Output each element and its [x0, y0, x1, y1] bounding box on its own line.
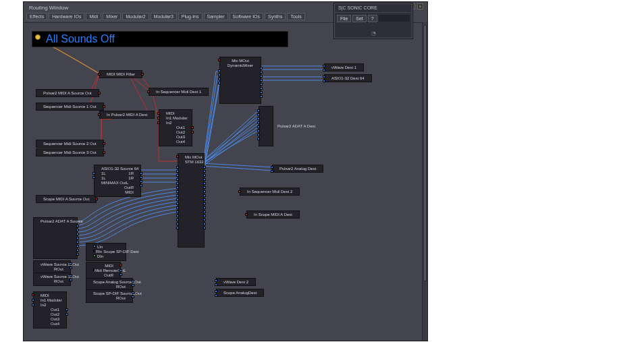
node-sequencer-midi-source-3[interactable]: Sequencer Midi Source 3 Out [36, 148, 104, 156]
node-midi-remote[interactable]: MIDI Midi Remote OutL OutR [86, 262, 121, 280]
node-scope-analog-dest[interactable]: Scope AnalogDest [216, 289, 264, 297]
node-dynamic-mixer[interactable]: Mix MOut DynamicMixer [219, 57, 261, 104]
routing-window: – □ × Routing Window Effects Hardware IO… [23, 1, 428, 341]
node-scope-spdif-dest[interactable]: LIn RIn Scope SP-DIF Dest DIn [86, 243, 126, 261]
banner-dot-icon [35, 34, 41, 40]
menu-synths[interactable]: Synths [265, 13, 286, 20]
menu-hardware-ios[interactable]: Hardware IOs [49, 13, 84, 20]
node-asio-dest-64[interactable]: ASIO1-32 Dest 64 [324, 74, 372, 82]
node-scope-spdif-source[interactable]: Scope SP-DIF Source LOut ROut [86, 289, 133, 303]
panel-menu-file[interactable]: File [337, 15, 351, 22]
menu-midi[interactable]: Midi [86, 13, 101, 20]
node-vwave-source-2[interactable]: vWave Source 2 LOut ROut [33, 260, 71, 274]
banner-text: All Sounds Off [46, 33, 115, 45]
sonic-core-menubar: File Set ? [334, 13, 412, 30]
node-pulsar-analog-dest[interactable]: Pulsar2 Analog Dest [272, 165, 323, 173]
menu-software-ios[interactable]: Software IOs [230, 13, 263, 20]
node-stm-1632[interactable]: Mix MOut STM 1632 [178, 153, 205, 248]
menu-tools[interactable]: Tools [287, 13, 304, 20]
node-pulsar-adat-a-source[interactable]: Pulsar2 ADAT A Source [33, 217, 78, 259]
panel-resize-icon[interactable]: ◔ [334, 30, 412, 38]
menu-modular2[interactable]: Modular2 [122, 13, 149, 20]
menu-mixer[interactable]: Mixer [103, 13, 121, 20]
node-asio-source-64[interactable]: ASIO1-32 Source 64 1L1R 1L1R MINIMAX Out… [94, 165, 141, 197]
menu-plugins[interactable]: Plug-Ins [178, 13, 203, 20]
menu-modular3[interactable]: Modular3 [151, 13, 177, 20]
node-modular-bottom[interactable]: MIDI In1 Modular In2 Out1 Out2 Out3 Out4 [33, 291, 67, 329]
vertical-scrollbar[interactable] [422, 22, 427, 341]
sonic-core-panel[interactable]: S|C SONIC CORE File Set ? ◔ [333, 3, 413, 39]
panel-menu-set[interactable]: Set [352, 15, 367, 22]
node-scope-midi-a-source[interactable]: Scope MIDI A Source Out [36, 195, 97, 203]
node-sequencer-midi-source-1[interactable]: Sequencer Midi Source 1 Out [36, 103, 104, 111]
routing-canvas[interactable]: All Sounds Off Pulsar2 MIDI A Source Out… [24, 23, 427, 332]
panel-menu-help[interactable]: ? [368, 15, 377, 22]
panel-spacer [379, 15, 410, 22]
node-sequencer-midi-dest-1[interactable]: In Sequencer Midi Dest 1 [149, 88, 209, 96]
close-button[interactable]: × [417, 3, 423, 9]
node-pulsar-midi-a-source[interactable]: Pulsar2 MIDI A Source Out [36, 89, 99, 97]
node-pulsar-midi-a-dest[interactable]: In Pulsar2 MIDI A Dest [99, 111, 155, 119]
node-sequencer-midi-source-2[interactable]: Sequencer Midi Source 2 Out [36, 140, 104, 148]
menu-effects[interactable]: Effects [26, 13, 47, 20]
scrollbar-thumb[interactable] [423, 25, 427, 281]
node-vwave-source-1[interactable]: vWave Source 1 LOut ROut [33, 273, 71, 286]
node-modular[interactable]: MIDI In1 Modular In2 Out1 Out2 Out3 Out4 [159, 109, 192, 146]
banner[interactable]: All Sounds Off [32, 31, 288, 47]
node-midi-filter[interactable]: MIDI MIDI Filter [99, 70, 142, 78]
node-sequencer-midi-dest-2[interactable]: In Sequencer Midi Dest 2 [240, 188, 300, 196]
label-pulsar-adat-a-dest: Pulsar2 ADAT A Dest [271, 123, 322, 130]
node-scope-midi-a-dest[interactable]: In Scope MIDI A Dest [246, 210, 300, 219]
menu-sampler[interactable]: Sampler [204, 13, 228, 20]
sonic-core-title: S|C SONIC CORE [334, 3, 412, 13]
node-vwave-dest-1[interactable]: vWave Dest 1 [324, 63, 364, 72]
node-vwave-dest-2[interactable]: vWave Dest 2 [216, 278, 256, 286]
